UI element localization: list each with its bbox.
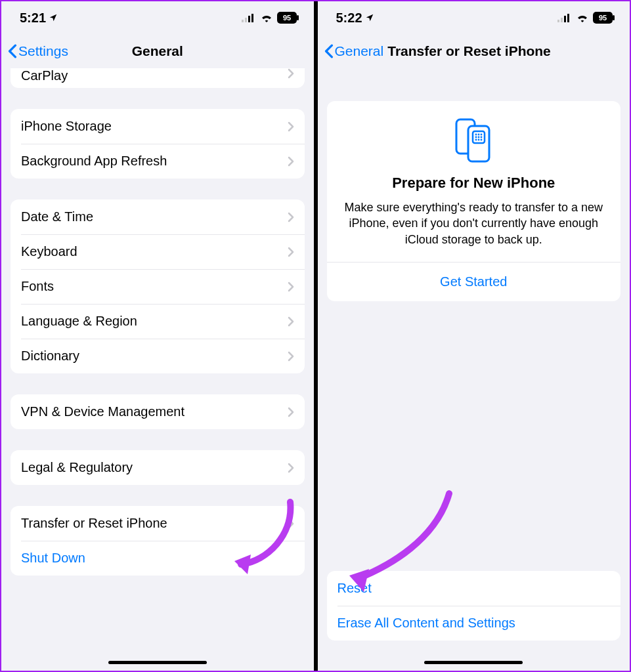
chevron-right-icon: [288, 121, 294, 132]
svg-rect-8: [561, 18, 563, 22]
row-keyboard[interactable]: Keyboard: [11, 234, 305, 269]
svg-point-21: [478, 136, 480, 138]
row-shut-down[interactable]: Shut Down: [11, 541, 305, 576]
nav-bar: Settings General: [1, 34, 314, 68]
svg-rect-0: [242, 20, 244, 22]
chevron-right-icon: [288, 518, 294, 529]
group-carplay: CarPlay: [11, 68, 305, 88]
row-iphone-storage[interactable]: iPhone Storage: [11, 109, 305, 144]
group-transfer: Transfer or Reset iPhone Shut Down: [11, 506, 305, 576]
cellular-icon: [242, 13, 256, 22]
location-icon: [365, 13, 374, 22]
transfer-phones-icon: [447, 117, 500, 163]
svg-point-19: [481, 134, 483, 136]
chevron-right-icon: [288, 407, 294, 417]
chevron-right-icon: [288, 212, 294, 222]
row-label: iPhone Storage: [21, 119, 288, 134]
row-label: VPN & Device Management: [21, 404, 288, 419]
row-carplay[interactable]: CarPlay: [11, 68, 305, 88]
chevron-right-icon: [288, 463, 294, 473]
svg-rect-3: [251, 14, 253, 22]
row-label: Shut Down: [21, 551, 294, 566]
svg-text:95: 95: [599, 14, 607, 22]
svg-point-22: [481, 136, 483, 138]
row-label: Date & Time: [21, 209, 288, 224]
row-label: Dictionary: [21, 348, 288, 364]
wifi-icon: [260, 13, 273, 22]
chevron-right-icon: [288, 282, 294, 292]
back-button[interactable]: General: [324, 43, 384, 59]
row-label: Legal & Regulatory: [21, 460, 288, 475]
wifi-icon: [576, 13, 589, 22]
svg-rect-9: [564, 16, 566, 22]
row-label: Background App Refresh: [21, 154, 288, 169]
row-label: Language & Region: [21, 314, 288, 329]
row-legal[interactable]: Legal & Regulatory: [11, 450, 305, 485]
row-label: Reset: [337, 581, 611, 596]
row-reset[interactable]: Reset: [327, 571, 621, 606]
card-description: Make sure everything's ready to transfer…: [339, 200, 609, 247]
row-label: Erase All Content and Settings: [337, 616, 611, 631]
chevron-right-icon: [288, 68, 294, 79]
home-indicator[interactable]: [108, 661, 207, 664]
svg-point-18: [478, 134, 480, 136]
svg-rect-12: [613, 15, 615, 20]
row-fonts[interactable]: Fonts: [11, 269, 305, 304]
row-language-region[interactable]: Language & Region: [11, 304, 305, 339]
row-date-time[interactable]: Date & Time: [11, 200, 305, 234]
row-dictionary[interactable]: Dictionary: [11, 339, 305, 373]
chevron-right-icon: [288, 351, 294, 362]
get-started-button[interactable]: Get Started: [339, 262, 609, 301]
battery-icon: 95: [593, 12, 615, 24]
back-button[interactable]: Settings: [8, 43, 68, 59]
left-phone-screen: 5:21 95 Settings: [1, 1, 314, 671]
svg-point-25: [481, 139, 483, 141]
svg-rect-2: [248, 16, 250, 22]
chevron-left-icon: [324, 44, 334, 58]
back-label: General: [335, 43, 384, 59]
cellular-icon: [557, 13, 572, 22]
row-erase-all[interactable]: Erase All Content and Settings: [327, 606, 621, 640]
group-vpn: VPN & Device Management: [11, 394, 305, 429]
row-label: Fonts: [21, 279, 288, 294]
group-storage: iPhone Storage Background App Refresh: [11, 109, 305, 178]
row-label: CarPlay: [21, 68, 288, 83]
chevron-right-icon: [288, 316, 294, 327]
location-icon: [49, 13, 58, 22]
chevron-right-icon: [288, 247, 294, 257]
row-background-app-refresh[interactable]: Background App Refresh: [11, 144, 305, 178]
status-bar: 5:21 95: [1, 1, 314, 34]
svg-rect-10: [567, 14, 569, 22]
nav-title: Transfer or Reset iPhone: [387, 43, 551, 59]
nav-bar: General Transfer or Reset iPhone: [318, 34, 630, 68]
battery-icon: 95: [277, 12, 299, 24]
svg-point-17: [475, 134, 477, 136]
svg-rect-7: [557, 20, 559, 22]
svg-rect-5: [297, 15, 299, 20]
svg-point-24: [478, 139, 480, 141]
status-time: 5:21: [20, 10, 46, 26]
chevron-right-icon: [288, 156, 294, 167]
right-phone-screen: 5:22 95 General: [314, 1, 630, 671]
back-label: Settings: [18, 43, 68, 59]
svg-point-20: [475, 136, 477, 138]
svg-text:95: 95: [282, 14, 290, 22]
prepare-card: Prepare for New iPhone Make sure everyth…: [327, 101, 621, 301]
group-reset: Reset Erase All Content and Settings: [327, 571, 621, 640]
chevron-left-icon: [8, 44, 17, 58]
group-legal: Legal & Regulatory: [11, 450, 305, 485]
row-label: Keyboard: [21, 244, 288, 259]
row-vpn[interactable]: VPN & Device Management: [11, 394, 305, 429]
status-bar: 5:22 95: [318, 1, 630, 34]
status-time: 5:22: [336, 10, 362, 26]
home-indicator[interactable]: [424, 661, 523, 664]
group-locale: Date & Time Keyboard Fonts Language & Re…: [11, 200, 305, 373]
svg-point-23: [475, 139, 477, 141]
svg-rect-1: [245, 18, 247, 22]
row-transfer-reset[interactable]: Transfer or Reset iPhone: [11, 506, 305, 541]
row-label: Transfer or Reset iPhone: [21, 516, 288, 531]
card-title: Prepare for New iPhone: [339, 175, 609, 192]
